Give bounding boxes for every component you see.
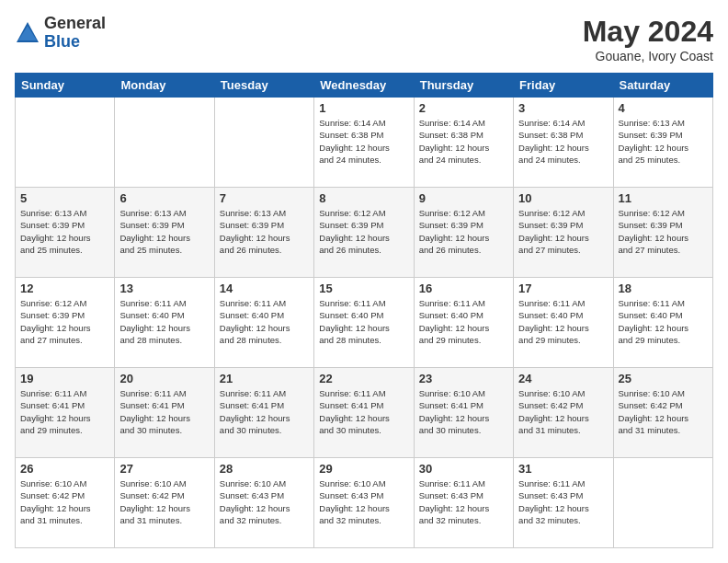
day-info: Sunrise: 6:11 AM Sunset: 6:40 PM Dayligh… bbox=[419, 297, 508, 346]
col-thursday: Thursday bbox=[414, 74, 513, 98]
day-number: 21 bbox=[220, 372, 309, 385]
day-number: 11 bbox=[619, 191, 708, 205]
table-row: 18Sunrise: 6:11 AM Sunset: 6:40 PM Dayli… bbox=[613, 278, 712, 368]
table-row: 6Sunrise: 6:13 AM Sunset: 6:39 PM Daylig… bbox=[115, 188, 214, 278]
day-number: 23 bbox=[419, 372, 508, 385]
day-number: 4 bbox=[619, 101, 708, 115]
day-number: 20 bbox=[119, 372, 209, 385]
day-info: Sunrise: 6:11 AM Sunset: 6:40 PM Dayligh… bbox=[619, 297, 708, 346]
day-info: Sunrise: 6:11 AM Sunset: 6:40 PM Dayligh… bbox=[220, 297, 309, 346]
day-info: Sunrise: 6:10 AM Sunset: 6:42 PM Dayligh… bbox=[518, 387, 608, 436]
col-wednesday: Wednesday bbox=[314, 74, 414, 98]
day-info: Sunrise: 6:13 AM Sunset: 6:39 PM Dayligh… bbox=[220, 207, 309, 256]
day-info: Sunrise: 6:11 AM Sunset: 6:41 PM Dayligh… bbox=[220, 387, 309, 436]
logo-text: General Blue bbox=[44, 15, 106, 52]
day-info: Sunrise: 6:13 AM Sunset: 6:39 PM Dayligh… bbox=[20, 207, 109, 256]
day-info: Sunrise: 6:11 AM Sunset: 6:43 PM Dayligh… bbox=[419, 477, 508, 526]
day-info: Sunrise: 6:14 AM Sunset: 6:38 PM Dayligh… bbox=[518, 117, 608, 166]
table-row bbox=[115, 98, 214, 188]
table-row: 22Sunrise: 6:11 AM Sunset: 6:41 PM Dayli… bbox=[314, 368, 414, 458]
day-info: Sunrise: 6:11 AM Sunset: 6:40 PM Dayligh… bbox=[119, 297, 209, 346]
day-number: 2 bbox=[419, 101, 508, 115]
table-row: 8Sunrise: 6:12 AM Sunset: 6:39 PM Daylig… bbox=[314, 188, 414, 278]
table-row: 29Sunrise: 6:10 AM Sunset: 6:43 PM Dayli… bbox=[314, 458, 414, 548]
logo: General Blue bbox=[15, 15, 106, 52]
day-info: Sunrise: 6:10 AM Sunset: 6:43 PM Dayligh… bbox=[319, 477, 408, 526]
day-number: 28 bbox=[220, 462, 309, 476]
table-row: 28Sunrise: 6:10 AM Sunset: 6:43 PM Dayli… bbox=[214, 458, 313, 548]
calendar-week-row: 5Sunrise: 6:13 AM Sunset: 6:39 PM Daylig… bbox=[16, 188, 713, 278]
day-number: 13 bbox=[119, 282, 209, 295]
table-row: 26Sunrise: 6:10 AM Sunset: 6:42 PM Dayli… bbox=[16, 458, 115, 548]
day-number: 6 bbox=[119, 191, 209, 205]
table-row: 4Sunrise: 6:13 AM Sunset: 6:39 PM Daylig… bbox=[613, 98, 712, 188]
table-row: 23Sunrise: 6:10 AM Sunset: 6:41 PM Dayli… bbox=[414, 368, 513, 458]
day-number: 8 bbox=[319, 191, 408, 205]
day-info: Sunrise: 6:14 AM Sunset: 6:38 PM Dayligh… bbox=[319, 117, 408, 166]
table-row: 15Sunrise: 6:11 AM Sunset: 6:40 PM Dayli… bbox=[314, 278, 414, 368]
calendar-week-row: 1Sunrise: 6:14 AM Sunset: 6:38 PM Daylig… bbox=[16, 98, 713, 188]
main-title: May 2024 bbox=[583, 15, 713, 49]
day-info: Sunrise: 6:12 AM Sunset: 6:39 PM Dayligh… bbox=[419, 207, 508, 256]
table-row: 11Sunrise: 6:12 AM Sunset: 6:39 PM Dayli… bbox=[613, 188, 712, 278]
col-monday: Monday bbox=[115, 74, 214, 98]
day-number: 27 bbox=[119, 462, 209, 476]
day-number: 9 bbox=[419, 191, 508, 205]
table-row bbox=[16, 98, 115, 188]
day-info: Sunrise: 6:11 AM Sunset: 6:41 PM Dayligh… bbox=[119, 387, 209, 436]
day-info: Sunrise: 6:13 AM Sunset: 6:39 PM Dayligh… bbox=[119, 207, 209, 256]
day-info: Sunrise: 6:12 AM Sunset: 6:39 PM Dayligh… bbox=[619, 207, 708, 256]
table-row: 1Sunrise: 6:14 AM Sunset: 6:38 PM Daylig… bbox=[314, 98, 414, 188]
day-info: Sunrise: 6:10 AM Sunset: 6:42 PM Dayligh… bbox=[619, 387, 708, 436]
day-info: Sunrise: 6:10 AM Sunset: 6:42 PM Dayligh… bbox=[119, 477, 209, 526]
day-info: Sunrise: 6:11 AM Sunset: 6:40 PM Dayligh… bbox=[518, 297, 608, 346]
day-info: Sunrise: 6:12 AM Sunset: 6:39 PM Dayligh… bbox=[20, 297, 109, 346]
day-number: 7 bbox=[220, 191, 309, 205]
calendar-table: Sunday Monday Tuesday Wednesday Thursday… bbox=[15, 73, 713, 548]
day-number: 1 bbox=[319, 101, 408, 115]
day-info: Sunrise: 6:12 AM Sunset: 6:39 PM Dayligh… bbox=[319, 207, 408, 256]
day-number: 31 bbox=[518, 462, 608, 476]
day-info: Sunrise: 6:11 AM Sunset: 6:41 PM Dayligh… bbox=[319, 387, 408, 436]
day-info: Sunrise: 6:12 AM Sunset: 6:39 PM Dayligh… bbox=[518, 207, 608, 256]
table-row: 13Sunrise: 6:11 AM Sunset: 6:40 PM Dayli… bbox=[115, 278, 214, 368]
day-number: 19 bbox=[20, 372, 109, 385]
day-info: Sunrise: 6:10 AM Sunset: 6:42 PM Dayligh… bbox=[20, 477, 109, 526]
day-info: Sunrise: 6:10 AM Sunset: 6:43 PM Dayligh… bbox=[220, 477, 309, 526]
day-number: 10 bbox=[518, 191, 608, 205]
table-row: 16Sunrise: 6:11 AM Sunset: 6:40 PM Dayli… bbox=[414, 278, 513, 368]
col-friday: Friday bbox=[514, 74, 613, 98]
table-row: 10Sunrise: 6:12 AM Sunset: 6:39 PM Dayli… bbox=[514, 188, 613, 278]
table-row: 21Sunrise: 6:11 AM Sunset: 6:41 PM Dayli… bbox=[214, 368, 313, 458]
day-number: 30 bbox=[419, 462, 508, 476]
table-row: 12Sunrise: 6:12 AM Sunset: 6:39 PM Dayli… bbox=[16, 278, 115, 368]
col-tuesday: Tuesday bbox=[214, 74, 313, 98]
table-row: 9Sunrise: 6:12 AM Sunset: 6:39 PM Daylig… bbox=[414, 188, 513, 278]
table-row: 5Sunrise: 6:13 AM Sunset: 6:39 PM Daylig… bbox=[16, 188, 115, 278]
sub-title: Gouane, Ivory Coast bbox=[583, 49, 713, 63]
table-row: 14Sunrise: 6:11 AM Sunset: 6:40 PM Dayli… bbox=[214, 278, 313, 368]
table-row: 25Sunrise: 6:10 AM Sunset: 6:42 PM Dayli… bbox=[613, 368, 712, 458]
day-info: Sunrise: 6:11 AM Sunset: 6:40 PM Dayligh… bbox=[319, 297, 408, 346]
day-info: Sunrise: 6:11 AM Sunset: 6:41 PM Dayligh… bbox=[20, 387, 109, 436]
day-info: Sunrise: 6:11 AM Sunset: 6:43 PM Dayligh… bbox=[518, 477, 608, 526]
table-row: 24Sunrise: 6:10 AM Sunset: 6:42 PM Dayli… bbox=[514, 368, 613, 458]
table-row: 17Sunrise: 6:11 AM Sunset: 6:40 PM Dayli… bbox=[514, 278, 613, 368]
calendar-week-row: 26Sunrise: 6:10 AM Sunset: 6:42 PM Dayli… bbox=[16, 458, 713, 548]
table-row: 20Sunrise: 6:11 AM Sunset: 6:41 PM Dayli… bbox=[115, 368, 214, 458]
day-number: 24 bbox=[518, 372, 608, 385]
svg-marker-1 bbox=[18, 26, 37, 40]
calendar-week-row: 12Sunrise: 6:12 AM Sunset: 6:39 PM Dayli… bbox=[16, 278, 713, 368]
day-number: 25 bbox=[619, 372, 708, 385]
table-row: 19Sunrise: 6:11 AM Sunset: 6:41 PM Dayli… bbox=[16, 368, 115, 458]
day-number: 5 bbox=[20, 191, 109, 205]
day-number: 3 bbox=[518, 101, 608, 115]
logo-icon bbox=[15, 20, 40, 46]
day-info: Sunrise: 6:10 AM Sunset: 6:41 PM Dayligh… bbox=[419, 387, 508, 436]
table-row: 3Sunrise: 6:14 AM Sunset: 6:38 PM Daylig… bbox=[514, 98, 613, 188]
table-row bbox=[613, 458, 712, 548]
page: General Blue May 2024 Gouane, Ivory Coas… bbox=[0, 0, 728, 563]
day-info: Sunrise: 6:14 AM Sunset: 6:38 PM Dayligh… bbox=[419, 117, 508, 166]
table-row: 27Sunrise: 6:10 AM Sunset: 6:42 PM Dayli… bbox=[115, 458, 214, 548]
day-number: 14 bbox=[220, 282, 309, 295]
